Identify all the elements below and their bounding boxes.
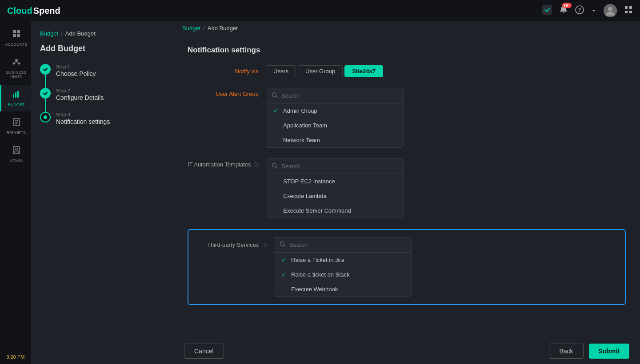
svg-point-30 [272,163,276,167]
submit-button[interactable]: Submit [589,344,629,359]
left-panel: Budget / Add Budget Add Budget Step 1 [31,21,173,364]
help-icon[interactable]: ? [575,5,584,16]
third-party-item-slack[interactable]: ✓ Raise a ticket on Slack [274,267,411,282]
avatar[interactable] [604,4,617,17]
admin-icon [12,146,21,157]
svg-line-29 [276,96,278,98]
search-icon-it [272,162,278,170]
breadcrumb-separator: / [61,30,63,37]
breadcrumb: Budget / Add Budget [40,30,164,44]
svg-text:?: ? [578,7,581,12]
breadcrumb-link[interactable]: Budget [182,25,200,32]
sidebar-item-accounts[interactable]: ACCOUNTS [0,25,31,51]
it-automation-search-row [266,159,403,174]
tab-users[interactable]: Users [266,65,296,77]
cancel-button[interactable]: Cancel [184,344,224,359]
user-alert-item-network[interactable]: ✓ Network Team [266,133,403,147]
section-title: Notification settings [188,46,626,55]
step-1: Step 1 Choose Policy [40,64,164,88]
svg-point-13 [15,59,18,62]
checkmark-icon[interactable] [542,5,552,17]
footer: Cancel Back Submit [173,338,640,364]
tab-site24x7[interactable]: Site24x7 [344,65,383,77]
user-alert-group-search-input[interactable] [281,92,398,99]
third-party-services-box: Third-party Services ⓘ ✓ Raise a Tick [188,229,626,305]
main-layout: ACCOUNTS BUSINESS UNITS BUDGET REPORTS A… [0,21,640,364]
logo-spend: Spend [33,6,60,16]
user-alert-group-search-row [266,88,403,103]
svg-rect-19 [15,92,16,98]
sidebar-label-budget: BUDGET [8,103,25,107]
it-automation-dropdown: ✓ STOP EC2 Instance ✓ Execute Lambda ✓ E… [266,158,404,218]
third-party-search-input[interactable] [289,241,406,248]
panel-title: Add Budget [40,44,164,53]
sidebar-label-admin: ADMIN [10,158,23,163]
it-automation-info-icon: ⓘ [254,162,259,167]
svg-rect-18 [13,94,14,98]
third-party-search-row [274,237,411,253]
svg-rect-7 [625,11,628,13]
steps: Step 1 Choose Policy Step 2 Configure D [40,64,164,136]
third-party-item-jira[interactable]: ✓ Raise a Ticket in Jira [274,253,411,267]
third-party-label: Third-party Services ⓘ [196,237,267,249]
user-alert-item-application[interactable]: ✓ Application Team [266,118,403,133]
user-alert-item-admin[interactable]: ✓ Admin Group [266,103,403,118]
svg-rect-10 [17,30,20,33]
notify-via-label: Notify via [188,65,259,75]
it-automation-item-lambda[interactable]: ✓ Execute Lambda [266,189,403,203]
step-3: Step 3 Notification settings [40,112,164,136]
back-button[interactable]: Back [549,344,583,359]
svg-line-33 [284,245,286,247]
it-automation-label: IT Automation Templates ⓘ [188,158,259,168]
content-area: Budget / Add Budget Add Budget Step 1 [31,21,640,364]
search-icon [272,92,278,99]
svg-rect-8 [629,11,632,13]
third-party-dropdown: ✓ Raise a Ticket in Jira ✓ Raise a ticke… [274,237,412,297]
svg-rect-21 [20,93,20,93]
breadcrumb-bar: Budget / Add Budget [173,21,640,35]
grid-icon[interactable] [624,5,633,16]
svg-rect-9 [13,30,16,33]
svg-rect-6 [629,6,632,9]
svg-point-4 [608,7,612,11]
breadcrumb-budget[interactable]: Budget [40,30,58,37]
svg-rect-5 [625,6,628,9]
it-automation-item-stop[interactable]: ✓ STOP EC2 Instance [266,174,403,189]
chevron-down-icon[interactable] [591,6,596,16]
sidebar-label-reports: REPORTS [7,131,26,135]
svg-point-28 [272,93,276,97]
notification-icon[interactable]: 99+ [559,5,568,16]
sidebar-label-business-units: BUSINESS UNITS [3,70,29,79]
topnav-right: 99+ ? [542,4,633,17]
it-automation-search-input[interactable] [281,163,398,170]
sidebar-item-business-units[interactable]: BUSINESS UNITS [0,53,31,83]
step3-name: Notification settings [56,118,110,125]
tab-user-group[interactable]: User Group [298,65,343,77]
search-icon-third-party [280,241,286,249]
notification-badge: 99+ [562,3,572,8]
step1-circle [40,64,51,75]
sidebar-item-budget[interactable]: BUDGET [0,85,31,111]
third-party-item-webhook[interactable]: ✓ Execute Webhook [274,282,411,297]
sidebar-item-reports[interactable]: REPORTS [0,113,31,139]
breadcrumb-add-budget: Add Budget [65,30,96,37]
sidebar-item-admin[interactable]: ADMIN [0,141,31,167]
step3-circle [40,112,51,123]
logo: CloudSpend [7,6,60,16]
it-automation-item-server[interactable]: ✓ Execute Server Command [266,203,403,218]
time-display: 3:20 PM [7,350,25,364]
business-units-icon [12,57,21,68]
svg-point-32 [280,242,284,246]
check-icon-jira: ✓ [281,257,288,263]
step-2: Step 2 Configure Details [40,88,164,112]
topnav: CloudSpend 99+ ? [0,0,640,21]
budget-icon [12,90,21,101]
svg-line-31 [276,167,278,169]
check-icon-slack: ✓ [281,271,288,278]
check-icon-admin: ✓ [273,107,280,114]
step2-label: Step 2 [56,88,104,93]
step2-circle [40,88,51,99]
step3-label: Step 3 [56,112,110,117]
sidebar: ACCOUNTS BUSINESS UNITS BUDGET REPORTS A… [0,21,31,364]
logo-cloud: Cloud [7,6,32,16]
